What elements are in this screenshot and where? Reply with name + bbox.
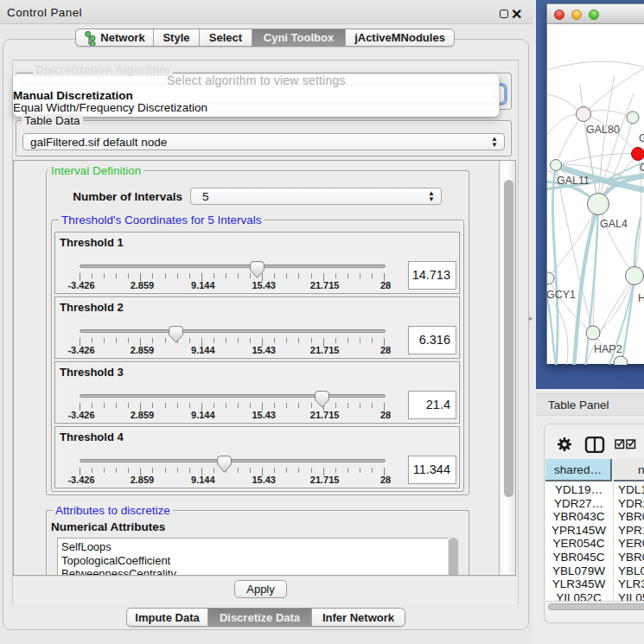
svg-text:CDC: CDC bbox=[640, 162, 644, 174]
svg-text:GAL3: GAL3 bbox=[639, 132, 644, 144]
svg-text:GAL11: GAL11 bbox=[557, 175, 590, 187]
svg-text:GCY1: GCY1 bbox=[547, 289, 576, 301]
svg-text:HAP2: HAP2 bbox=[594, 343, 622, 355]
svg-text:HAP4: HAP4 bbox=[638, 292, 644, 304]
svg-text:GAL80: GAL80 bbox=[586, 124, 620, 136]
svg-text:GAL4: GAL4 bbox=[600, 218, 628, 230]
